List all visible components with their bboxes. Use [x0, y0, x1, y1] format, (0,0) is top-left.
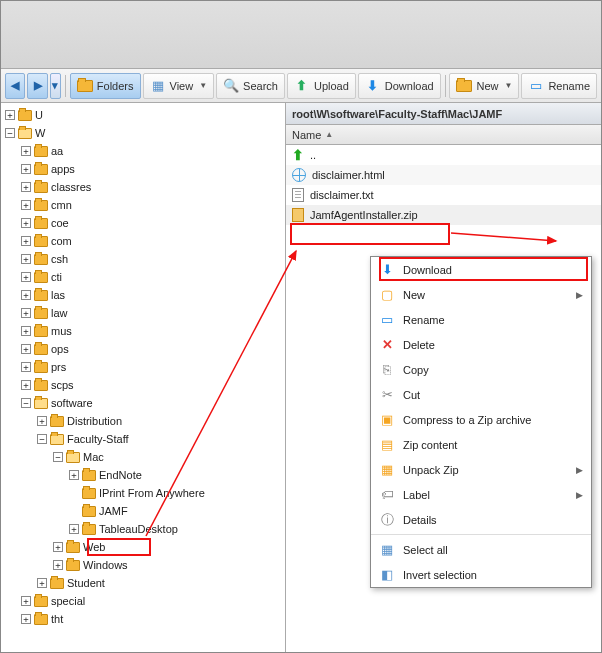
- tree-node-endnote[interactable]: +EndNote: [67, 466, 285, 484]
- upload-button[interactable]: ⬆Upload: [287, 73, 356, 99]
- tree-node-software[interactable]: −software: [19, 394, 285, 412]
- expand-icon[interactable]: +: [21, 164, 31, 174]
- delete-icon: ✕: [379, 337, 395, 352]
- tree-node-cmn[interactable]: +cmn: [19, 196, 285, 214]
- tree-node-coe[interactable]: +coe: [19, 214, 285, 232]
- expand-icon[interactable]: +: [21, 344, 31, 354]
- expand-icon[interactable]: +: [21, 254, 31, 264]
- context-label[interactable]: 🏷Label▶: [371, 482, 591, 507]
- folder-icon: [82, 506, 96, 517]
- folder-icon: [66, 560, 80, 571]
- expand-icon[interactable]: +: [37, 578, 47, 588]
- expand-icon[interactable]: +: [21, 146, 31, 156]
- expand-icon[interactable]: +: [21, 200, 31, 210]
- expand-icon[interactable]: +: [21, 380, 31, 390]
- expand-icon[interactable]: +: [21, 362, 31, 372]
- tree-node-law[interactable]: +law: [19, 304, 285, 322]
- context-cut[interactable]: ✂Cut: [371, 382, 591, 407]
- expand-icon[interactable]: +: [69, 470, 79, 480]
- tree-node-tableau[interactable]: +TableauDesktop: [67, 520, 285, 538]
- tree-node-distribution[interactable]: +Distribution: [35, 412, 285, 430]
- expand-icon[interactable]: +: [21, 290, 31, 300]
- tree-node-aa[interactable]: +aa: [19, 142, 285, 160]
- tree-node-special[interactable]: +special: [19, 592, 285, 610]
- context-zip-content[interactable]: ▤Zip content: [371, 432, 591, 457]
- sort-asc-icon: ▲: [325, 130, 333, 139]
- rename-button[interactable]: ▭Rename: [521, 73, 597, 99]
- expand-icon[interactable]: +: [21, 308, 31, 318]
- context-rename[interactable]: ▭Rename: [371, 307, 591, 332]
- tree-node-iprint[interactable]: IPrint From Anywhere: [67, 484, 285, 502]
- tree-node-cti[interactable]: +cti: [19, 268, 285, 286]
- tree-node-mus[interactable]: +mus: [19, 322, 285, 340]
- history-dropdown[interactable]: ▾: [50, 73, 61, 99]
- file-row-disclaimer-txt[interactable]: disclaimer.txt: [286, 185, 601, 205]
- column-header-name[interactable]: Name▲: [286, 125, 601, 145]
- tree-node-scps[interactable]: +scps: [19, 376, 285, 394]
- view-button[interactable]: ▦View▼: [143, 73, 215, 99]
- folders-button[interactable]: Folders: [70, 73, 141, 99]
- tree-node-tht[interactable]: +tht: [19, 610, 285, 628]
- search-button[interactable]: 🔍Search: [216, 73, 285, 99]
- expand-icon[interactable]: +: [5, 110, 15, 120]
- file-row-installer[interactable]: JamfAgentInstaller.zip: [286, 205, 601, 225]
- tree-node-jamf[interactable]: JAMF: [67, 502, 285, 520]
- context-select-all[interactable]: ▦Select all: [371, 537, 591, 562]
- expand-icon[interactable]: +: [21, 596, 31, 606]
- expand-icon[interactable]: +: [21, 326, 31, 336]
- folder-tree[interactable]: +U −W +aa +apps +classres +cmn +coe +com…: [1, 103, 286, 652]
- tree-node-las[interactable]: +las: [19, 286, 285, 304]
- context-copy[interactable]: ⎘Copy: [371, 357, 591, 382]
- expand-icon[interactable]: +: [69, 524, 79, 534]
- tree-node-csh[interactable]: +csh: [19, 250, 285, 268]
- tree-node-mac[interactable]: −Mac: [51, 448, 285, 466]
- collapse-icon[interactable]: −: [5, 128, 15, 138]
- file-row-disclaimer-html[interactable]: disclaimer.html: [286, 165, 601, 185]
- context-new[interactable]: ▢New▶: [371, 282, 591, 307]
- expand-icon[interactable]: +: [21, 272, 31, 282]
- expand-icon[interactable]: +: [21, 182, 31, 192]
- tree-node-prs[interactable]: +prs: [19, 358, 285, 376]
- new-icon: ▢: [379, 287, 395, 302]
- expand-icon[interactable]: +: [21, 614, 31, 624]
- expand-icon[interactable]: +: [37, 416, 47, 426]
- context-invert[interactable]: ◧Invert selection: [371, 562, 591, 587]
- forward-button[interactable]: ▶: [27, 73, 47, 99]
- upload-label: Upload: [314, 80, 349, 92]
- tree-node-apps[interactable]: +apps: [19, 160, 285, 178]
- context-delete[interactable]: ✕Delete: [371, 332, 591, 357]
- tree-node-classres[interactable]: +classres: [19, 178, 285, 196]
- breadcrumb[interactable]: root\W\software\Faculty-Staff\Mac\JAMF: [286, 103, 601, 125]
- submenu-arrow-icon: ▶: [576, 465, 583, 475]
- context-unpack[interactable]: ▦Unpack Zip▶: [371, 457, 591, 482]
- rename-icon: ▭: [528, 78, 544, 94]
- folder-icon: [34, 596, 48, 607]
- new-button[interactable]: New▼: [449, 73, 519, 99]
- expand-icon[interactable]: +: [21, 236, 31, 246]
- collapse-icon[interactable]: −: [53, 452, 63, 462]
- tree-node-web[interactable]: +Web: [51, 538, 285, 556]
- tree-node-faculty-staff[interactable]: −Faculty-Staff: [35, 430, 285, 448]
- download-button[interactable]: ⬇Download: [358, 73, 441, 99]
- tree-node-windows[interactable]: +Windows: [51, 556, 285, 574]
- expand-icon[interactable]: +: [21, 218, 31, 228]
- file-row-up[interactable]: ⬆..: [286, 145, 601, 165]
- compress-icon: ▣: [379, 412, 395, 427]
- back-button[interactable]: ◀: [5, 73, 25, 99]
- context-compress[interactable]: ▣Compress to a Zip archive: [371, 407, 591, 432]
- folder-icon: [82, 524, 96, 535]
- tree-node-ops[interactable]: +ops: [19, 340, 285, 358]
- expand-icon[interactable]: +: [53, 560, 63, 570]
- document-icon: [292, 188, 304, 202]
- context-details[interactable]: ⓘDetails: [371, 507, 591, 532]
- tree-node-w[interactable]: −W: [3, 124, 285, 142]
- collapse-icon[interactable]: −: [37, 434, 47, 444]
- collapse-icon[interactable]: −: [21, 398, 31, 408]
- tree-node-com[interactable]: +com: [19, 232, 285, 250]
- tree-node-student[interactable]: +Student: [35, 574, 285, 592]
- expand-icon[interactable]: +: [53, 542, 63, 552]
- folder-icon: [34, 614, 48, 625]
- context-download[interactable]: ⬇Download: [371, 257, 591, 282]
- tree-node-u[interactable]: +U: [3, 106, 285, 124]
- download-label: Download: [385, 80, 434, 92]
